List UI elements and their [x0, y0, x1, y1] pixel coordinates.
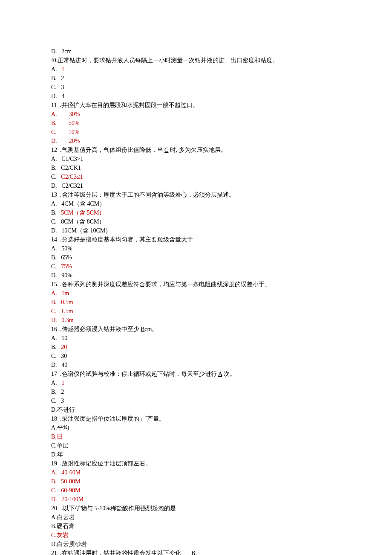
q17-option-c: C. 3 — [51, 396, 341, 405]
option-text: 0.5m — [61, 299, 73, 305]
option-text: 不进行 — [57, 407, 75, 413]
q15-stem: 15 .各种系列的测井深度误差应符合要求，均应与第一条电阻曲线深度的误差小于」 — [51, 280, 341, 289]
stem-blank: C — [164, 147, 168, 153]
option-text: 50% — [61, 245, 72, 252]
q10-option-c: C. 3 — [51, 83, 341, 92]
q13-option-c: C. 8CM（含 8CM） — [51, 217, 341, 226]
option-text: 50% — [69, 120, 80, 126]
stem-after: . — [195, 550, 197, 555]
q17-stem: 17 .色谱仪的试验与校准：停止循环或起下钻时，每天至少进行 A 次。 — [51, 369, 341, 378]
q11-stem: 11 .井径扩大率在目的层段和水泥封固段一般不超过口。 — [51, 101, 341, 110]
q16-option-b: B. 20 — [51, 343, 341, 352]
stem-blank: A — [218, 371, 222, 377]
question-number: 14 — [51, 236, 57, 243]
document-page: D. 2cm !0.正常钻进时，要求钻井液人员每隔上一小时测量一次钻井液的进、出… — [0, 0, 392, 555]
question-text: .井径扩大率在目的层段和水泥封固段一般不超过口。 — [60, 102, 199, 108]
option-text: 10% — [69, 129, 80, 135]
q15-option-b: B. 0.5m — [51, 298, 341, 307]
option-text: 单层 — [57, 442, 69, 449]
stem-after: 次。 — [222, 371, 236, 377]
option-text: 年 — [57, 451, 63, 458]
question-number: 20 — [51, 505, 57, 511]
q15-option-c: C. 1.5m — [51, 307, 341, 316]
question-text: .以下矿物与 5-10%稀盐酸作用强烈起泡的是 — [62, 505, 176, 511]
q20-stem: 20 .以下矿物与 5-10%稀盐酸作用强烈起泡的是 — [51, 504, 341, 513]
option-text: 白云岩 — [57, 514, 75, 520]
stem-blank: B — [191, 550, 195, 555]
q13-option-d: D. 10CM（含 10CM） — [51, 226, 341, 235]
q16-option-d: D. 40 — [51, 360, 341, 369]
q14-option-c: C. 75% — [51, 262, 341, 271]
question-number: 15 — [51, 281, 57, 288]
option-text: 1 — [61, 66, 64, 73]
option-text: 40 — [61, 362, 67, 368]
q12-option-a: A. C1/C3>1 — [51, 154, 341, 163]
q11-option-c: C. 10% — [51, 128, 341, 137]
option-text: 30% — [69, 111, 80, 117]
question-text: .含油等级分层：厚度大于工的不同含油等级岩心，必须分层描述。 — [60, 192, 235, 198]
q19-stem: 19 .放射性标记应位于油层顶部左右。 — [51, 459, 341, 468]
option-text: 10CM（含 10CM） — [61, 227, 111, 234]
q11-option-b: B. 50% — [51, 119, 341, 128]
q11-option-a: A. 30% — [51, 110, 341, 119]
option-text: 1 — [61, 380, 64, 386]
q10-option-b: B. 2 — [51, 74, 341, 83]
question-number: 13 — [51, 192, 57, 198]
q14-option-b: B. 65% — [51, 253, 341, 262]
q19-option-c: C. 60-90M — [51, 486, 341, 495]
q18-option-a: A.平均 — [51, 423, 341, 432]
option-text: 40-60M — [61, 469, 81, 476]
q20-option-d: D.白云质砂岩 — [51, 540, 341, 549]
q12-option-d: D. C2/C321 — [51, 181, 341, 190]
q13-stem: 13 .含油等级分层：厚度大于工的不同含油等级岩心，必须分层描述。 — [51, 190, 341, 199]
question-number: 12 — [51, 147, 57, 153]
question-number: 11 — [51, 102, 57, 108]
question-text: .放射性标记应位于油层顶部左右。 — [60, 460, 151, 467]
option-text: 4 — [61, 93, 64, 99]
option-text: 75% — [61, 263, 72, 270]
q20-option-b: B.硬石膏 — [51, 522, 341, 531]
option-text: 2cm — [61, 48, 72, 55]
option-text: 20 — [61, 344, 67, 350]
q15-option-a: A. 1m — [51, 289, 341, 298]
option-label: D. — [51, 48, 57, 55]
q17-option-d: D.不进行 — [51, 405, 341, 414]
q20-option-a: A.白云岩 — [51, 513, 341, 522]
option-text: 2 — [61, 75, 64, 81]
stem-blank: B — [141, 326, 144, 332]
option-text: 8CM（含 8CM） — [61, 218, 105, 225]
question-number: 18 — [51, 416, 57, 422]
q10-stem: !0.正常钻进时，要求钻井液人员每隔上一小时测量一次钻井液的进、出口密度和粘度。 — [51, 56, 341, 65]
q12-option-c: C. C2/C3≤1 — [51, 172, 341, 181]
q14-option-a: A. 50% — [51, 244, 341, 253]
option-text: C2/C321 — [61, 183, 83, 189]
option-text: 70-100M — [61, 496, 84, 503]
option-text: 5CM（含 5CM） — [61, 209, 105, 216]
q18-stem: 18 .采油强度是指单位油层厚度的」ˆ产量。 — [51, 414, 341, 423]
q15-option-d: D. 0.3m — [51, 316, 341, 325]
stem-after: cm。 — [144, 326, 158, 332]
q10-option-a: A. 1 — [51, 65, 341, 74]
q12-stem: 12 .气测基值升高，气体组份比值降低，当 C 时, 多为欠压实地层。 — [51, 145, 341, 154]
q19-option-a: A. 40-60M — [51, 468, 341, 477]
option-text: 2 — [61, 389, 64, 395]
q18-option-c: C.单层 — [51, 441, 341, 450]
question-number: 21 — [51, 550, 57, 555]
q9-option-d: D. 2cm — [51, 47, 341, 56]
option-text: 白云质砂岩 — [57, 541, 87, 547]
q10-option-d: D. 4 — [51, 92, 341, 101]
q19-option-d: D. 70-100M — [51, 495, 341, 504]
option-text: 20% — [69, 138, 80, 144]
q16-option-a: A. 10 — [51, 334, 341, 343]
option-text: 50-80M — [61, 478, 80, 485]
option-text: 60-90M — [61, 487, 80, 494]
question-number: 19 — [51, 460, 57, 467]
stem-before: .传感器必须浸入钻井液中至少 — [60, 326, 141, 332]
option-text: 4CM（含 4CM） — [61, 200, 105, 207]
stem-before: .在钻遇油层时，钻井液的性质会发生以下变化 — [60, 550, 191, 555]
q17-option-b: B. 2 — [51, 387, 341, 396]
option-text: 1.5m — [61, 308, 73, 314]
option-text: 90% — [61, 272, 72, 279]
option-text: 3 — [61, 398, 64, 404]
option-text: 10 — [61, 335, 67, 341]
